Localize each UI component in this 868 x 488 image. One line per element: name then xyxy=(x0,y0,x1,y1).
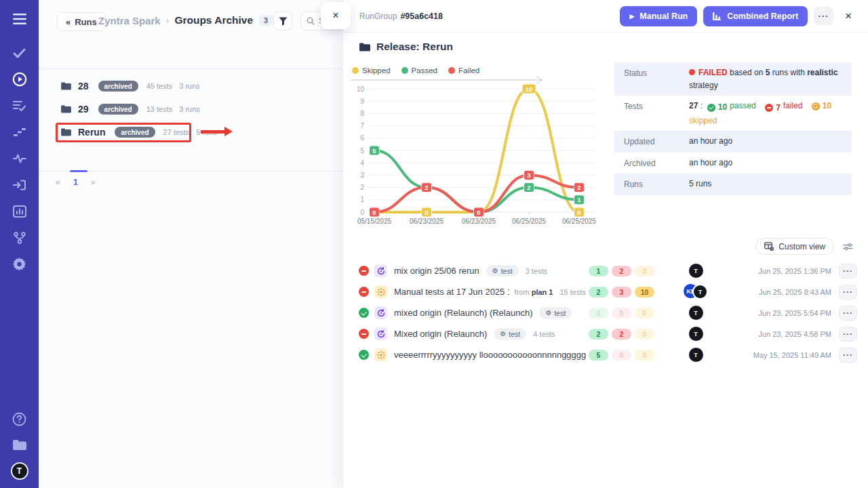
pagination-prev-icon[interactable]: « xyxy=(56,178,60,187)
help-icon[interactable] xyxy=(12,411,28,427)
custom-view-button[interactable]: Custom view xyxy=(755,238,834,255)
meta-row-updated: Updated an hour ago xyxy=(614,131,852,152)
analytics-icon[interactable] xyxy=(12,203,28,220)
runs-play-icon[interactable] xyxy=(12,71,28,87)
avatar: T xyxy=(689,264,703,278)
folder-icon xyxy=(61,128,71,136)
user-avatar[interactable]: T xyxy=(11,462,28,480)
detail-header: RunGroup #95a6c418 ▶ Manual Run Combined… xyxy=(343,0,868,33)
rungroup-type-label: RunGroup xyxy=(359,12,397,21)
passed-count-pill: 2 xyxy=(589,287,608,298)
projects-folder-icon[interactable] xyxy=(12,436,28,453)
passed-check-icon xyxy=(707,104,715,112)
combined-report-button[interactable]: Combined Report xyxy=(703,6,808,26)
rerun-icon xyxy=(377,309,385,317)
legend-item[interactable]: Failed xyxy=(448,66,479,75)
rerun-icon xyxy=(377,267,385,275)
archived-badge: archived xyxy=(115,127,155,138)
folder-tests-count: 45 tests xyxy=(146,82,173,90)
folder-row[interactable]: 29 archived 13 tests 3 runs xyxy=(39,98,342,121)
breadcrumb-page: Groups Archive xyxy=(174,14,253,26)
search-icon xyxy=(307,17,315,25)
folder-meta: 45 tests 3 runs xyxy=(146,82,200,90)
run-tag-chip[interactable]: ⚙test xyxy=(486,265,519,277)
svg-text:2: 2 xyxy=(527,184,530,191)
pulse-icon[interactable] xyxy=(12,150,28,167)
run-more-button[interactable]: ··· xyxy=(839,285,857,300)
run-row[interactable]: mix origin 25/06 rerun ⚙test 3 tests 1 2… xyxy=(348,260,857,281)
run-row[interactable]: mixed origin (Relaunch) (Relaunch) ⚙test… xyxy=(348,302,857,323)
list-check-icon[interactable] xyxy=(12,98,28,114)
skipped-circle-icon xyxy=(812,102,820,110)
status-failed-badge: FAILED xyxy=(698,68,728,77)
breadcrumb-project[interactable]: Zyntra Spark xyxy=(98,15,161,26)
run-tests-count: 15 tests xyxy=(559,288,586,296)
legend-dot-icon xyxy=(448,67,455,74)
run-more-button[interactable]: ··· xyxy=(839,306,857,321)
manual-run-button[interactable]: ▶ Manual Run xyxy=(620,6,697,26)
svg-text:06/25/2025: 06/25/2025 xyxy=(562,218,596,225)
svg-text:9: 9 xyxy=(360,98,364,105)
legend-dot-icon xyxy=(352,67,359,74)
run-date: Jun 23, 2025 5:54 PM xyxy=(732,309,831,317)
folder-runs-count: 3 runs xyxy=(179,105,200,113)
header-actions: ▶ Manual Run Combined Report ··· × xyxy=(620,6,852,26)
gear-icon[interactable] xyxy=(12,256,28,272)
run-more-button[interactable]: ··· xyxy=(839,348,857,363)
funnel-icon xyxy=(279,17,288,26)
run-status-icon xyxy=(359,266,369,276)
more-actions-button[interactable]: ··· xyxy=(814,7,833,25)
pagination-next-icon[interactable]: » xyxy=(91,178,96,187)
filters-sliders-icon[interactable] xyxy=(843,243,853,251)
failed-dot-icon xyxy=(689,69,695,75)
run-row[interactable]: Manual tests at 17 Jun 2025 10:09 from p… xyxy=(348,281,857,302)
run-more-button[interactable]: ··· xyxy=(839,264,857,279)
avatar: T xyxy=(689,327,703,341)
run-avatars: T xyxy=(659,348,732,362)
folder-row[interactable]: 28 archived 45 tests 3 runs xyxy=(39,75,342,98)
run-date: Jun 25, 2025 8:43 AM xyxy=(732,288,831,296)
run-type-chip xyxy=(374,285,387,298)
run-tag-chip[interactable]: ⚙test xyxy=(494,328,526,340)
svg-text:1: 1 xyxy=(577,196,581,203)
runs-list: mix origin 25/06 rerun ⚙test 3 tests 1 2… xyxy=(348,260,857,365)
sidebar-bottom: T xyxy=(11,411,28,480)
run-status-icon xyxy=(359,287,369,297)
legend-item[interactable]: Skipped xyxy=(352,66,391,75)
archived-badge: archived xyxy=(98,104,138,115)
avatar: T xyxy=(692,284,708,300)
sidebar: T xyxy=(0,0,39,488)
run-more-button[interactable]: ··· xyxy=(839,327,857,342)
run-result-pills: 2 3 10 xyxy=(589,287,659,298)
panel-close-button[interactable]: × xyxy=(845,9,852,23)
svg-text:06/23/2025: 06/23/2025 xyxy=(462,218,496,225)
passed-count-pill: 1 xyxy=(589,266,608,277)
folder-row[interactable]: Rerun archived 27 tests 5 runs xyxy=(39,121,342,144)
run-row[interactable]: veeeerrrrryyyyyyyyyy llooooooooooonnnnng… xyxy=(348,344,857,365)
pagination-page-1[interactable]: 1 xyxy=(73,177,78,187)
svg-text:2: 2 xyxy=(425,184,428,191)
rungroup-meta-table: Status FAILED based on 5 runs with reali… xyxy=(614,62,852,195)
breadcrumb-separator-icon: › xyxy=(166,15,170,26)
run-row[interactable]: Mixed origin (Relaunch) ⚙test 4 tests 2 … xyxy=(348,323,857,344)
tag-label: test xyxy=(501,267,513,275)
manual-icon xyxy=(377,288,385,296)
legend-item[interactable]: Passed xyxy=(401,66,437,75)
folder-name: Rerun xyxy=(78,127,105,138)
failed-count-pill: 3 xyxy=(612,287,631,298)
filter-button[interactable] xyxy=(273,12,292,30)
folder-runs-count: 5 runs xyxy=(196,128,217,136)
left-panel-header: « Runs Zyntra Spark › Groups Archive 3 xyxy=(39,0,342,69)
import-icon[interactable] xyxy=(12,177,28,193)
table-gear-icon xyxy=(764,242,774,251)
panel-close-floating-button[interactable]: × xyxy=(321,2,351,29)
skipped-count-pill: 0 xyxy=(635,329,654,340)
groups-count-badge: 3 xyxy=(258,15,273,26)
svg-text:3: 3 xyxy=(360,171,364,179)
steps-icon[interactable] xyxy=(12,124,28,140)
menu-icon[interactable] xyxy=(12,11,28,27)
tests-check-icon[interactable] xyxy=(12,45,28,61)
run-tag-chip[interactable]: ⚙test xyxy=(539,307,572,319)
branch-icon[interactable] xyxy=(12,230,28,246)
svg-text:7: 7 xyxy=(360,122,364,129)
